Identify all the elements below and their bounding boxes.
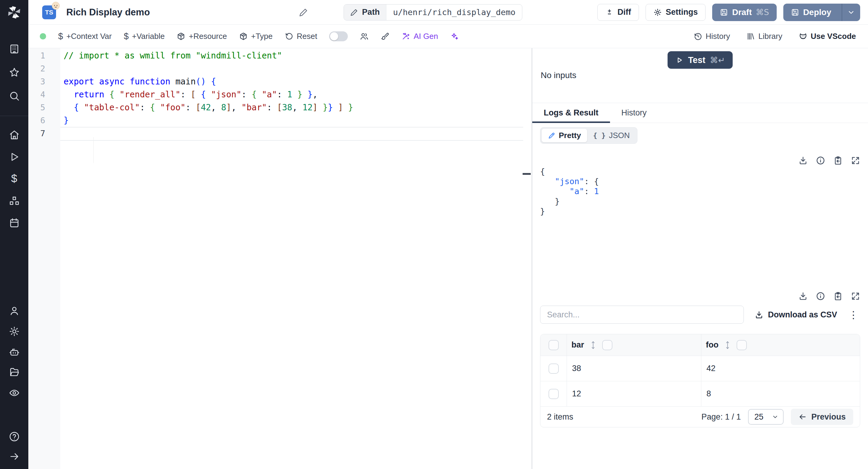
- line-number: 7: [28, 127, 60, 140]
- cat-icon: [799, 32, 807, 41]
- table-search-input[interactable]: [540, 306, 744, 324]
- result-json-line: "a": 1: [540, 186, 860, 196]
- format-code-button[interactable]: [381, 32, 390, 41]
- sort-button[interactable]: [589, 340, 597, 350]
- rotate-ccw-icon: [285, 32, 293, 41]
- editor-toolbar: $+Context Var $+Variable +Resource +Type…: [28, 25, 868, 48]
- sort-button[interactable]: [724, 340, 732, 350]
- status-dot: [40, 33, 46, 39]
- sidebar-item-runs[interactable]: [8, 151, 20, 163]
- info-icon: [816, 156, 825, 165]
- pretty-toggle-button[interactable]: Pretty: [541, 129, 587, 142]
- row-checkbox[interactable]: [549, 364, 559, 374]
- code-line: return { "render_all": [ { "json": { "a"…: [60, 88, 532, 101]
- json-toggle-button[interactable]: { } JSON: [587, 129, 636, 142]
- paintbrush-icon: [381, 32, 390, 41]
- history-button[interactable]: History: [693, 32, 730, 41]
- windmill-logo[interactable]: [0, 0, 28, 25]
- sidebar-expand-button[interactable]: [8, 450, 20, 462]
- sidebar-item-settings[interactable]: [8, 325, 20, 337]
- add-variable-button[interactable]: $+Variable: [124, 31, 165, 41]
- collab-toggle[interactable]: [329, 31, 348, 41]
- code-line: { "table-col": { "foo": [42, 8], "bar": …: [60, 101, 532, 114]
- result-json-line: }: [540, 206, 860, 216]
- arrow-right-icon: [9, 451, 20, 462]
- download-result-button[interactable]: [798, 156, 808, 165]
- column-toggle-checkbox[interactable]: [737, 340, 747, 350]
- row-checkbox[interactable]: [549, 389, 559, 399]
- sidebar-item-audit[interactable]: [8, 387, 20, 399]
- select-all-checkbox[interactable]: [549, 340, 559, 350]
- line-number: 6: [28, 114, 60, 127]
- column-header-bar[interactable]: bar: [567, 334, 701, 356]
- line-number-gutter: 1234567: [28, 48, 60, 469]
- expand-result-button[interactable]: [851, 291, 860, 301]
- sidebar-item-variables[interactable]: $: [8, 173, 20, 185]
- clipboard-copy-icon: [833, 291, 843, 301]
- settings-button[interactable]: Settings: [646, 4, 706, 21]
- expand-result-button[interactable]: [851, 156, 860, 165]
- sidebar-item-help[interactable]: [8, 430, 20, 442]
- indent-guide: [93, 137, 94, 163]
- row-select-cell: [540, 356, 567, 381]
- pencil-icon: [350, 8, 358, 16]
- clipboard-copy-icon: [833, 156, 843, 165]
- table-menu-button[interactable]: ⋮: [848, 310, 858, 320]
- sidebar-item-workers[interactable]: [8, 346, 20, 358]
- search-icon: [9, 90, 20, 101]
- braces-icon: { }: [593, 132, 606, 139]
- pencil-icon: [299, 8, 308, 17]
- column-toggle-checkbox[interactable]: [602, 340, 613, 350]
- ai-sparkles-button[interactable]: [450, 32, 459, 41]
- tab-history[interactable]: History: [610, 103, 658, 123]
- sidebar-item-users[interactable]: [8, 305, 20, 317]
- help-icon: [9, 431, 20, 442]
- sidebar-item-home[interactable]: [8, 129, 20, 141]
- diff-button[interactable]: Diff: [597, 4, 639, 21]
- use-vscode-button[interactable]: Use VScode: [799, 32, 856, 41]
- sidebar-item-search[interactable]: [8, 90, 20, 102]
- topbar-actions: Diff Settings Draft ⌘S Deploy: [597, 4, 860, 21]
- multiplayer-button[interactable]: [360, 32, 369, 41]
- line-number: 1: [28, 49, 60, 62]
- topbar: TS Rich Display demo Path u/henri/rich_d…: [28, 0, 868, 25]
- eye-icon: [9, 387, 20, 399]
- deploy-button[interactable]: Deploy: [783, 4, 860, 21]
- copy-result-button[interactable]: [833, 156, 843, 165]
- column-header-foo[interactable]: foo: [701, 334, 860, 356]
- table-row: 128: [540, 381, 860, 407]
- save-icon: [720, 8, 728, 17]
- add-resource-button[interactable]: +Resource: [177, 32, 227, 41]
- add-type-button[interactable]: +Type: [239, 32, 273, 41]
- add-context-var-button[interactable]: $+Context Var: [58, 31, 112, 41]
- previous-page-button[interactable]: Previous: [791, 409, 853, 425]
- download-csv-button[interactable]: Download as CSV: [755, 310, 837, 319]
- row-select-cell: [540, 381, 567, 406]
- download-result-button[interactable]: [798, 291, 808, 301]
- reset-button[interactable]: Reset: [285, 32, 317, 41]
- sidebar-item-favorites[interactable]: [8, 66, 20, 79]
- sidebar-item-folders[interactable]: [8, 366, 20, 378]
- tab-logs-result[interactable]: Logs & Result: [532, 103, 610, 123]
- sidebar-item-resources[interactable]: [8, 195, 20, 207]
- no-inputs-label: No inputs: [541, 70, 576, 80]
- draft-button[interactable]: Draft ⌘S: [712, 4, 776, 21]
- result-info-button[interactable]: [816, 156, 825, 165]
- sidebar-item-workspace[interactable]: [8, 43, 20, 55]
- edit-summary-button[interactable]: [299, 8, 308, 17]
- sidebar-item-schedules[interactable]: [8, 217, 20, 229]
- deploy-dropdown-button[interactable]: [842, 4, 860, 21]
- expand-icon: [851, 156, 860, 165]
- path-label: Path: [362, 7, 380, 17]
- overview-ruler-cursor: [523, 173, 531, 175]
- result-json-line: "json": {: [540, 176, 860, 186]
- copy-result-button[interactable]: [833, 291, 843, 301]
- library-button[interactable]: Library: [746, 32, 782, 41]
- code-editor[interactable]: 1234567 // import * as wmill from "windm…: [28, 48, 532, 469]
- ai-gen-button[interactable]: AI Gen: [401, 32, 438, 41]
- page-size-select[interactable]: 25: [748, 409, 784, 425]
- result-info-button[interactable]: [816, 291, 825, 301]
- test-button[interactable]: Test ⌘↵: [668, 51, 733, 69]
- path-button[interactable]: Path u/henri/rich_display_demo: [344, 4, 522, 21]
- gear-icon: [653, 8, 662, 17]
